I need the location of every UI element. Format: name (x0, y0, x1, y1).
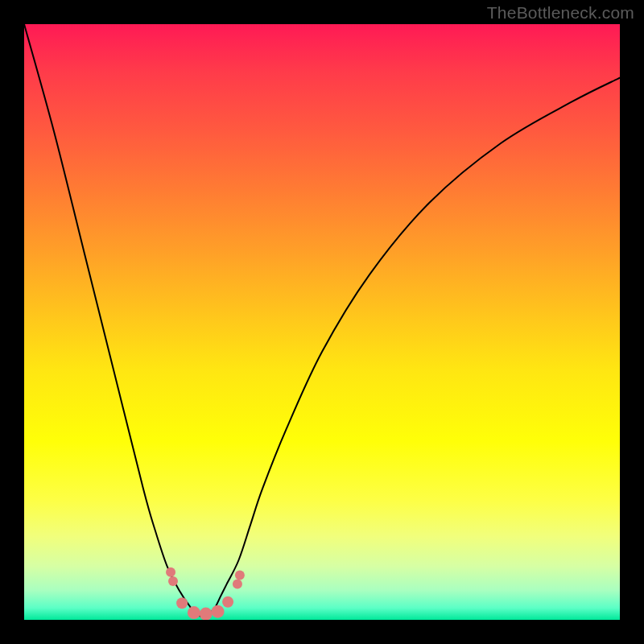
watermark-text: TheBottleneck.com (487, 3, 634, 23)
plot-area (24, 24, 620, 620)
marker-dot (188, 606, 200, 619)
marker-group (166, 568, 245, 620)
marker-dot (200, 608, 213, 620)
marker-dot (222, 597, 233, 608)
marker-dot (168, 576, 178, 586)
marker-dot (166, 568, 175, 577)
bottleneck-curve (24, 24, 620, 617)
marker-dot (233, 580, 242, 589)
marker-dot (212, 605, 225, 618)
marker-dot (235, 571, 245, 580)
marker-dot (176, 597, 188, 609)
chart-frame: TheBottleneck.com (0, 0, 644, 644)
chart-svg (24, 24, 620, 620)
